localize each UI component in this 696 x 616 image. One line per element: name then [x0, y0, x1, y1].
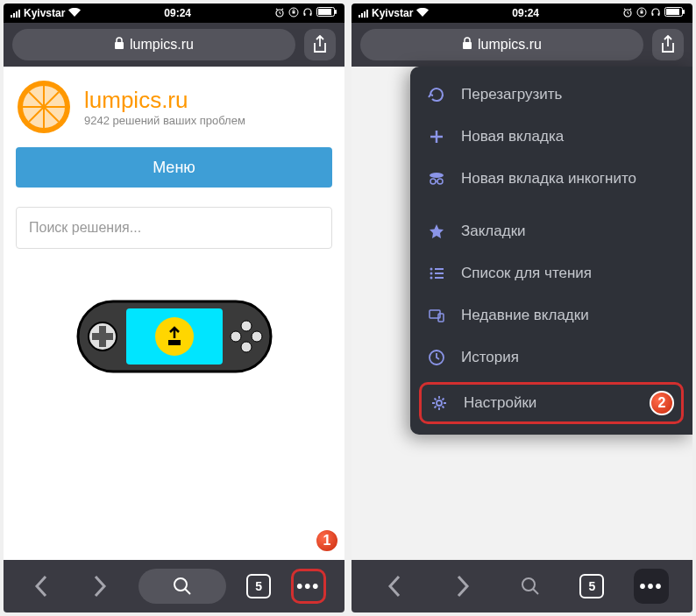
chevron-right-icon — [456, 575, 470, 598]
share-icon — [312, 35, 328, 54]
svg-rect-34 — [666, 9, 679, 15]
search-icon — [173, 577, 192, 596]
svg-line-51 — [533, 589, 538, 594]
menu-item-incognito[interactable]: Новая вкладка инкогнито — [410, 158, 692, 200]
signal-icon — [11, 10, 20, 18]
history-icon — [426, 347, 447, 368]
menu-label: Список для чтения — [461, 265, 592, 282]
svg-rect-18 — [168, 340, 181, 345]
svg-rect-8 — [115, 42, 124, 49]
signal-icon — [359, 10, 368, 18]
svg-point-38 — [430, 179, 436, 184]
site-logo-icon — [16, 79, 72, 135]
devices-icon — [426, 305, 447, 326]
menu-label: Новая вкладка — [461, 128, 564, 145]
menu-label: Настройки — [464, 394, 536, 412]
wifi-icon — [68, 7, 81, 19]
carrier-label: Kyivstar — [372, 7, 413, 19]
status-time: 09:24 — [164, 7, 191, 19]
carrier-label: Kyivstar — [24, 7, 65, 19]
alarm-icon — [622, 7, 633, 20]
status-bar: Kyivstar 09:24 — [352, 4, 692, 23]
svg-rect-32 — [657, 13, 659, 16]
svg-point-39 — [437, 179, 443, 184]
svg-point-22 — [241, 321, 252, 331]
incognito-icon — [426, 168, 447, 189]
rotation-lock-icon — [288, 7, 299, 20]
phone-right: Kyivstar 09:24 lumpics.ru — [352, 4, 692, 612]
bottom-search-button[interactable] — [511, 569, 550, 604]
status-time: 09:24 — [512, 7, 539, 19]
menu-item-recent-tabs[interactable]: Недавние вкладки — [410, 294, 692, 336]
svg-rect-36 — [463, 42, 472, 49]
svg-point-41 — [430, 273, 433, 275]
forward-button[interactable] — [81, 567, 119, 605]
url-bar: lumpics.ru — [4, 23, 344, 67]
phone-left: Kyivstar 09:24 lumpics.ru — [4, 4, 344, 612]
svg-rect-30 — [640, 11, 643, 14]
menu-item-bookmarks[interactable]: Закладки — [410, 210, 692, 252]
chevron-left-icon — [34, 575, 48, 598]
menu-item-reading-list[interactable]: Список для чтения — [410, 252, 692, 294]
headphones-icon — [302, 7, 313, 20]
callout-2: 2 — [650, 391, 674, 415]
lock-icon — [114, 37, 124, 53]
menu-popup: Перезагрузить Новая вкладка Новая вкладк… — [410, 67, 692, 435]
forward-button[interactable] — [444, 567, 482, 605]
more-menu-button[interactable]: ••• — [291, 569, 326, 604]
url-pill[interactable]: lumpics.ru — [12, 29, 295, 60]
svg-point-24 — [231, 331, 241, 342]
svg-point-25 — [252, 331, 262, 342]
search-icon — [521, 577, 540, 596]
url-domain: lumpics.ru — [478, 37, 542, 53]
search-input[interactable]: Поиск решения... — [16, 207, 332, 249]
share-button[interactable] — [304, 29, 336, 60]
svg-point-50 — [522, 578, 535, 591]
chevron-left-icon — [387, 575, 401, 598]
svg-point-40 — [430, 268, 433, 271]
svg-rect-2 — [292, 11, 295, 14]
svg-point-37 — [430, 173, 444, 178]
rotation-lock-icon — [636, 7, 647, 20]
tab-count: 5 — [588, 579, 595, 593]
back-button[interactable] — [22, 567, 60, 605]
status-bar: Kyivstar 09:24 — [4, 4, 344, 23]
bottom-bar: 5 ••• — [4, 560, 344, 612]
more-menu-button[interactable]: ••• — [634, 569, 669, 604]
svg-line-27 — [185, 589, 190, 594]
bottom-bar: 5 ••• — [352, 560, 692, 612]
wifi-icon — [416, 7, 429, 19]
chevron-right-icon — [93, 575, 107, 598]
share-icon — [660, 35, 676, 54]
battery-icon — [316, 7, 337, 19]
menu-label: История — [461, 349, 519, 366]
psp-image — [74, 284, 275, 389]
svg-rect-7 — [335, 10, 337, 14]
share-button[interactable] — [652, 29, 684, 60]
url-domain: lumpics.ru — [130, 37, 194, 53]
url-bar: lumpics.ru — [352, 23, 692, 67]
svg-rect-31 — [651, 13, 653, 16]
svg-rect-6 — [318, 9, 331, 15]
bottom-search-button[interactable] — [138, 569, 226, 604]
tabs-button[interactable]: 5 — [579, 574, 604, 598]
plus-icon — [426, 126, 447, 147]
site-tagline: 9242 решений ваших проблем — [84, 114, 245, 127]
back-button[interactable] — [375, 567, 414, 605]
tabs-button[interactable]: 5 — [246, 574, 271, 598]
menu-item-settings[interactable]: Настройки 2 — [419, 382, 684, 424]
battery-icon — [664, 7, 685, 19]
headphones-icon — [650, 7, 661, 20]
menu-item-history[interactable]: История — [410, 336, 692, 379]
menu-item-new-tab[interactable]: Новая вкладка — [410, 116, 692, 158]
menu-item-reload[interactable]: Перезагрузить — [410, 74, 692, 116]
svg-rect-35 — [683, 10, 685, 14]
list-icon — [426, 263, 447, 284]
svg-point-49 — [437, 400, 442, 406]
svg-rect-3 — [303, 13, 305, 16]
alarm-icon — [274, 7, 285, 20]
page-content: lumpics.ru 9242 решений ваших проблем Ме… — [4, 67, 344, 560]
menu-button[interactable]: Меню — [16, 147, 332, 188]
url-pill[interactable]: lumpics.ru — [360, 29, 643, 60]
menu-label: Новая вкладка инкогнито — [461, 170, 636, 188]
